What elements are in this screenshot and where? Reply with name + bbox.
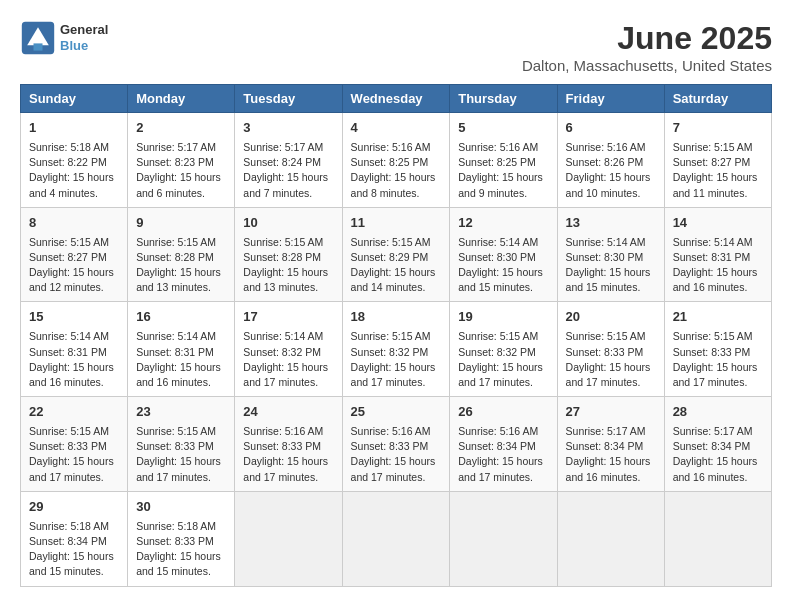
day-info: Sunrise: 5:15 AM: [458, 329, 548, 344]
day-cell: 4Sunrise: 5:16 AMSunset: 8:25 PMDaylight…: [342, 113, 450, 208]
day-cell: 29Sunrise: 5:18 AMSunset: 8:34 PMDayligh…: [21, 491, 128, 586]
week-row-1: 1Sunrise: 5:18 AMSunset: 8:22 PMDaylight…: [21, 113, 772, 208]
day-info: Sunset: 8:31 PM: [136, 345, 226, 360]
day-info: Daylight: 15 hours: [29, 360, 119, 375]
day-info: Daylight: 15 hours: [136, 549, 226, 564]
day-info: and 7 minutes.: [243, 186, 333, 201]
day-info: Daylight: 15 hours: [566, 454, 656, 469]
week-row-4: 22Sunrise: 5:15 AMSunset: 8:33 PMDayligh…: [21, 397, 772, 492]
day-cell: 25Sunrise: 5:16 AMSunset: 8:33 PMDayligh…: [342, 397, 450, 492]
day-info: Sunset: 8:34 PM: [673, 439, 763, 454]
day-info: Sunset: 8:34 PM: [29, 534, 119, 549]
day-number: 16: [136, 308, 226, 327]
day-info: Sunset: 8:23 PM: [136, 155, 226, 170]
week-row-2: 8Sunrise: 5:15 AMSunset: 8:27 PMDaylight…: [21, 207, 772, 302]
day-number: 24: [243, 403, 333, 422]
day-number: 5: [458, 119, 548, 138]
day-info: Sunrise: 5:16 AM: [458, 424, 548, 439]
day-info: Sunset: 8:32 PM: [458, 345, 548, 360]
day-number: 17: [243, 308, 333, 327]
day-info: Daylight: 15 hours: [673, 360, 763, 375]
day-info: Daylight: 15 hours: [351, 170, 442, 185]
day-info: Daylight: 15 hours: [243, 454, 333, 469]
day-info: and 8 minutes.: [351, 186, 442, 201]
day-info: Sunset: 8:32 PM: [351, 345, 442, 360]
day-info: Sunrise: 5:18 AM: [29, 140, 119, 155]
day-info: Daylight: 15 hours: [29, 454, 119, 469]
day-number: 22: [29, 403, 119, 422]
day-info: Sunrise: 5:14 AM: [673, 235, 763, 250]
day-info: Sunset: 8:25 PM: [458, 155, 548, 170]
day-number: 25: [351, 403, 442, 422]
day-cell: [342, 491, 450, 586]
header-cell-saturday: Saturday: [664, 85, 771, 113]
day-cell: 13Sunrise: 5:14 AMSunset: 8:30 PMDayligh…: [557, 207, 664, 302]
day-info: Sunrise: 5:14 AM: [243, 329, 333, 344]
day-number: 27: [566, 403, 656, 422]
day-cell: 15Sunrise: 5:14 AMSunset: 8:31 PMDayligh…: [21, 302, 128, 397]
day-info: Sunset: 8:30 PM: [458, 250, 548, 265]
header-row: SundayMondayTuesdayWednesdayThursdayFrid…: [21, 85, 772, 113]
day-info: Sunrise: 5:15 AM: [566, 329, 656, 344]
day-info: Sunrise: 5:18 AM: [136, 519, 226, 534]
day-info: Daylight: 15 hours: [458, 265, 548, 280]
calendar-body: 1Sunrise: 5:18 AMSunset: 8:22 PMDaylight…: [21, 113, 772, 587]
day-info: Sunset: 8:33 PM: [243, 439, 333, 454]
calendar-table: SundayMondayTuesdayWednesdayThursdayFrid…: [20, 84, 772, 587]
day-cell: 5Sunrise: 5:16 AMSunset: 8:25 PMDaylight…: [450, 113, 557, 208]
day-info: Sunset: 8:33 PM: [29, 439, 119, 454]
day-info: and 17 minutes.: [136, 470, 226, 485]
day-info: Sunset: 8:25 PM: [351, 155, 442, 170]
header-cell-wednesday: Wednesday: [342, 85, 450, 113]
day-number: 3: [243, 119, 333, 138]
day-info: Sunrise: 5:15 AM: [673, 140, 763, 155]
day-cell: 21Sunrise: 5:15 AMSunset: 8:33 PMDayligh…: [664, 302, 771, 397]
day-info: Daylight: 15 hours: [29, 549, 119, 564]
day-info: Sunrise: 5:15 AM: [136, 424, 226, 439]
day-info: and 16 minutes.: [566, 470, 656, 485]
day-cell: 17Sunrise: 5:14 AMSunset: 8:32 PMDayligh…: [235, 302, 342, 397]
day-info: and 9 minutes.: [458, 186, 548, 201]
day-info: Sunrise: 5:16 AM: [351, 424, 442, 439]
day-cell: 11Sunrise: 5:15 AMSunset: 8:29 PMDayligh…: [342, 207, 450, 302]
title-area: June 2025 Dalton, Massachusetts, United …: [522, 20, 772, 74]
day-info: Sunrise: 5:15 AM: [136, 235, 226, 250]
day-info: Daylight: 15 hours: [351, 265, 442, 280]
day-info: Sunrise: 5:17 AM: [566, 424, 656, 439]
day-info: and 17 minutes.: [566, 375, 656, 390]
day-number: 7: [673, 119, 763, 138]
day-info: Sunrise: 5:16 AM: [243, 424, 333, 439]
day-cell: 6Sunrise: 5:16 AMSunset: 8:26 PMDaylight…: [557, 113, 664, 208]
day-cell: 10Sunrise: 5:15 AMSunset: 8:28 PMDayligh…: [235, 207, 342, 302]
day-number: 12: [458, 214, 548, 233]
logo: General Blue: [20, 20, 108, 56]
day-info: Sunrise: 5:17 AM: [243, 140, 333, 155]
header-cell-tuesday: Tuesday: [235, 85, 342, 113]
day-info: and 15 minutes.: [29, 564, 119, 579]
day-cell: 20Sunrise: 5:15 AMSunset: 8:33 PMDayligh…: [557, 302, 664, 397]
location-title: Dalton, Massachusetts, United States: [522, 57, 772, 74]
day-cell: 7Sunrise: 5:15 AMSunset: 8:27 PMDaylight…: [664, 113, 771, 208]
day-number: 9: [136, 214, 226, 233]
day-cell: 18Sunrise: 5:15 AMSunset: 8:32 PMDayligh…: [342, 302, 450, 397]
day-cell: 30Sunrise: 5:18 AMSunset: 8:33 PMDayligh…: [128, 491, 235, 586]
day-info: Sunrise: 5:15 AM: [351, 235, 442, 250]
day-info: Daylight: 15 hours: [351, 360, 442, 375]
day-info: Sunrise: 5:14 AM: [136, 329, 226, 344]
day-number: 14: [673, 214, 763, 233]
logo-line1: General: [60, 22, 108, 38]
day-info: Sunset: 8:30 PM: [566, 250, 656, 265]
day-cell: 9Sunrise: 5:15 AMSunset: 8:28 PMDaylight…: [128, 207, 235, 302]
week-row-5: 29Sunrise: 5:18 AMSunset: 8:34 PMDayligh…: [21, 491, 772, 586]
day-info: Daylight: 15 hours: [243, 170, 333, 185]
day-info: Sunset: 8:31 PM: [673, 250, 763, 265]
day-info: Daylight: 15 hours: [566, 360, 656, 375]
day-info: Sunset: 8:27 PM: [29, 250, 119, 265]
day-info: Daylight: 15 hours: [29, 170, 119, 185]
day-info: Daylight: 15 hours: [458, 454, 548, 469]
day-info: Sunrise: 5:17 AM: [673, 424, 763, 439]
day-info: Sunset: 8:31 PM: [29, 345, 119, 360]
day-cell: 16Sunrise: 5:14 AMSunset: 8:31 PMDayligh…: [128, 302, 235, 397]
day-cell: 27Sunrise: 5:17 AMSunset: 8:34 PMDayligh…: [557, 397, 664, 492]
day-info: Sunrise: 5:15 AM: [673, 329, 763, 344]
